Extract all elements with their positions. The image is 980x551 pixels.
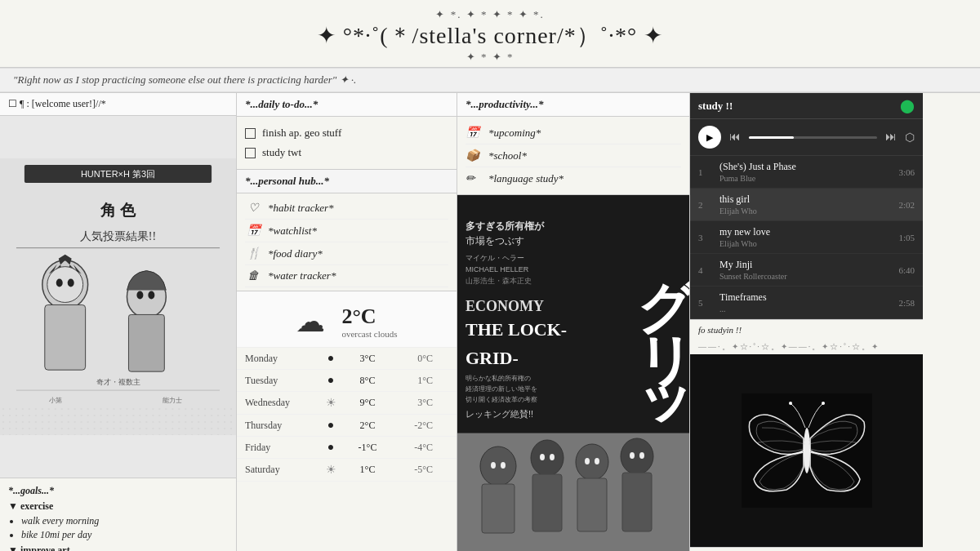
- manga-panel: HUNTER×H 第3回 角 色 人気投票結果!!: [0, 116, 236, 478]
- productivity-header: *...productivity...*: [457, 93, 689, 117]
- weather-main: ☁ 2°C overcast clouds: [237, 291, 457, 348]
- next-button[interactable]: ⏭: [885, 131, 897, 144]
- svg-point-40: [531, 440, 564, 476]
- svg-rect-13: [128, 315, 164, 372]
- svg-text:経済理理の新しい地平を: 経済理理の新しい地平を: [465, 385, 537, 393]
- progress-bar[interactable]: [749, 136, 877, 139]
- checkbox-2[interactable]: [245, 148, 256, 158]
- quote-bar: "Right now as I stop practicing someone …: [0, 68, 980, 92]
- todo-label-1: finish ap. geo stuff: [262, 127, 341, 140]
- svg-point-48: [540, 454, 545, 460]
- svg-point-51: [595, 458, 599, 464]
- day-saturday: Saturday: [245, 464, 318, 476]
- track-num-2: 2: [698, 200, 715, 210]
- svg-rect-21: [0, 407, 236, 435]
- track-4[interactable]: 4 My Jinji Sunset Rollercoaster 6:40: [690, 254, 923, 287]
- weather-wednesday: Wednesday ☀ 9°C 3°C: [237, 392, 457, 415]
- track-num-1: 1: [698, 167, 715, 177]
- box-icon: 📦: [466, 149, 482, 162]
- todo-item-2[interactable]: study twt: [245, 143, 448, 162]
- svg-point-55: [804, 428, 810, 473]
- hub-habit[interactable]: ♡ *habit tracker*: [245, 197, 448, 220]
- site-title: ✦ °*·˚(＊/stella's corner/*）˚·*° ✦: [16, 21, 964, 51]
- track-list: 1 (She's) Just a Phase Puma Blue 3:06 2 …: [690, 156, 923, 319]
- weather-lo-wednesday: 3°C: [392, 397, 433, 409]
- svg-text:MICHAEL HELLER: MICHAEL HELLER: [466, 265, 529, 273]
- day-wednesday: Wednesday: [245, 397, 318, 409]
- todo-item-1[interactable]: finish ap. geo stuff: [245, 123, 448, 143]
- welcome-header: ☐ ¶ : [welcome user!]//*: [0, 93, 236, 116]
- track-name-4: My Jinji: [719, 259, 873, 271]
- svg-point-14: [136, 291, 143, 300]
- music-controls: ▶ ⏮ ⏭ ⬡: [690, 119, 923, 156]
- weather-hi-thursday: 2°C: [343, 420, 392, 432]
- track-name-1: (She's) Just a Phase: [719, 161, 873, 173]
- deco-line-1: ——·。✦☆·˚·☆。✦——·。✦☆·˚·☆。✦: [690, 340, 923, 354]
- track-num-4: 4: [698, 265, 715, 275]
- track-3[interactable]: 3 my new love Elijah Who 1:05: [690, 221, 923, 254]
- track-name-3: my new love: [719, 226, 873, 238]
- track-num-5: 5: [698, 298, 715, 308]
- share-button[interactable]: ⬡: [905, 131, 915, 144]
- prod-language[interactable]: ✏ *language study*: [466, 167, 681, 189]
- goal-bike: bike 10mi per day: [21, 529, 228, 541]
- page-header: ✦ *. ✦ * ✦ * ✦ *. ✦ °*·˚(＊/stella's corn…: [0, 0, 980, 68]
- manga-svg: HUNTER×H 第3回 角 色 人気投票結果!!: [0, 116, 236, 478]
- track-1[interactable]: 1 (She's) Just a Phase Puma Blue 3:06: [690, 156, 923, 189]
- track-artist-4: Sunset Rollercoaster: [719, 272, 873, 281]
- hub-watchlist[interactable]: 📅 *watchlist*: [245, 220, 448, 242]
- svg-point-57: [822, 402, 825, 405]
- weather-lo-tuesday: 1°C: [392, 375, 433, 387]
- heart-icon: ♡: [245, 201, 261, 215]
- spotify-icon: ⬤: [900, 98, 915, 113]
- weather-hi-wednesday: 9°C: [343, 397, 392, 409]
- weather-hi-tuesday: 8°C: [343, 375, 392, 387]
- weather-temperature: 2°C: [341, 304, 397, 329]
- exercise-subs: walk every morning bike 10mi per day: [21, 515, 228, 541]
- hub-food[interactable]: 🍴 *food diary*: [245, 242, 448, 265]
- column-music: study !! ⬤ ▶ ⏮ ⏭ ⬡ 1 (She's) Just a P: [690, 93, 923, 551]
- calendar-icon: 📅: [245, 224, 261, 238]
- prev-button[interactable]: ⏮: [729, 131, 741, 144]
- track-info-4: My Jinji Sunset Rollercoaster: [719, 259, 873, 281]
- prod-school[interactable]: 📦 *school*: [466, 144, 681, 167]
- track-artist-5: ...: [719, 304, 873, 313]
- weather-friday: Friday ● -1°C -4°C: [237, 437, 457, 459]
- weather-saturday: Saturday ☀ 1°C -5°C: [237, 459, 457, 482]
- weather-icon-wednesday: ☀: [318, 396, 343, 410]
- prod-school-label: *school*: [488, 149, 527, 162]
- svg-text:奇才・複数主: 奇才・複数主: [96, 379, 140, 387]
- goal-art[interactable]: ▼ improve art: [8, 544, 228, 551]
- svg-point-9: [47, 267, 83, 303]
- play-button[interactable]: ▶: [698, 126, 721, 149]
- track-info-3: my new love Elijah Who: [719, 226, 873, 248]
- personal-hub-header: *...personal hub...*: [237, 169, 457, 193]
- track-5[interactable]: 5 Timeframes ... 2:58: [690, 287, 923, 319]
- weather-description: overcast clouds: [341, 329, 397, 339]
- weather-lo-thursday: -2°C: [392, 420, 433, 432]
- svg-text:角 色: 角 色: [100, 202, 136, 219]
- svg-point-46: [491, 462, 496, 469]
- track-info-5: Timeframes ...: [719, 291, 873, 313]
- svg-text:市場をつぶす: 市場をつぶす: [466, 235, 524, 247]
- checkbox-1[interactable]: [245, 128, 256, 139]
- weather-icon-thursday: ●: [318, 419, 343, 432]
- music-player: study !! ⬤ ▶ ⏮ ⏭ ⬡ 1 (She's) Just a P: [690, 93, 923, 319]
- svg-point-53: [639, 452, 644, 459]
- hub-food-label: *food diary*: [268, 247, 323, 260]
- weather-lo-monday: 0°C: [392, 353, 433, 365]
- track-2[interactable]: 2 this girl Elijah Who 2:02: [690, 189, 923, 221]
- goals-header: *...goals...*: [8, 485, 228, 497]
- prod-upcoming[interactable]: 📅 *upcoming*: [466, 122, 681, 144]
- weather-icon-saturday: ☀: [318, 463, 343, 477]
- svg-point-52: [630, 452, 635, 459]
- weather-info: 2°C overcast clouds: [341, 304, 397, 339]
- main-grid: ☐ ¶ : [welcome user!]//* HUNTER×H 第3回 角 …: [0, 92, 980, 551]
- weather-icon-monday: ●: [318, 352, 343, 365]
- track-name-5: Timeframes: [719, 291, 873, 304]
- hub-list: ♡ *habit tracker* 📅 *watchlist* 🍴 *food …: [237, 193, 457, 291]
- weather-icon-tuesday: ●: [318, 374, 343, 387]
- manga-news-svg: グリッドロック経済 多すぎる所有権が 市場をつぶす マイケル・ヘラー MICHA…: [457, 195, 689, 551]
- hub-water[interactable]: 🗑 *water tracker*: [245, 265, 448, 287]
- goal-exercise[interactable]: ▼ exercise: [8, 500, 228, 513]
